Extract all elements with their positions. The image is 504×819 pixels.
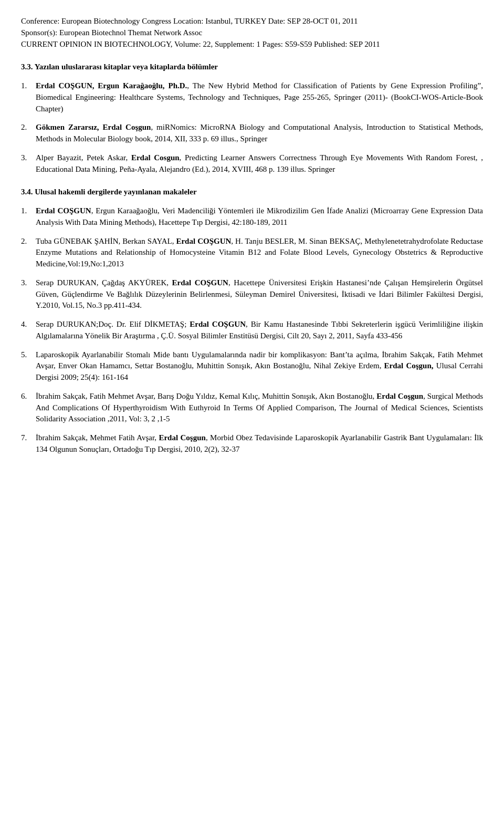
bold-author: Erdal COŞGUN, Ergun Karağaoğlu, Ph.D. (36, 81, 187, 90)
list-item: 2. Gökmen Zararsız, Erdal Coşgun, miRNom… (21, 122, 483, 145)
bold-author: Erdal Cosgun (131, 153, 180, 162)
list-content: İbrahim Sakçak, Fatih Mehmet Avşar, Barı… (36, 391, 483, 425)
list-item: 4. Serap DURUKAN;Doç. Dr. Elif DİKMETAŞ;… (21, 319, 483, 342)
list-number: 2. (21, 122, 36, 145)
conference-line2: Sponsor(s): European Biotechnol Themat N… (21, 27, 483, 39)
list-number: 7. (21, 432, 36, 455)
list-content: İbrahim Sakçak, Mehmet Fatih Avşar, Erda… (36, 432, 483, 455)
bold-author: Erdal Coşgun, (384, 361, 434, 370)
section-3-3-heading: 3.3. Yazılan uluslararası kitaplar veya … (21, 61, 483, 73)
bold-author: Erdal COŞGUN (36, 206, 91, 215)
list-number: 6. (21, 391, 36, 425)
conference-line1: Conference: European Biotechnology Congr… (21, 16, 483, 27)
list-item: 7. İbrahim Sakçak, Mehmet Fatih Avşar, E… (21, 432, 483, 455)
list-number: 2. (21, 236, 36, 270)
list-number: 3. (21, 277, 36, 312)
list-number: 4. (21, 319, 36, 342)
bold-author: Erdal Coşgun (376, 392, 423, 400)
section-3-4: 3.4. Ulusal hakemli dergilerde yayınlana… (21, 186, 483, 455)
bold-author: Gökmen Zararsız, Erdal Coşgun (36, 123, 151, 131)
section-3-4-list: 1. Erdal COŞGUN, Ergun Karaağaoğlu, Veri… (21, 205, 483, 455)
section-3-3: 3.3. Yazılan uluslararası kitaplar veya … (21, 61, 483, 175)
bold-author: Erdal Coşgun (159, 433, 205, 442)
list-content: Alper Bayazit, Petek Askar, Erdal Cosgun… (36, 152, 483, 175)
list-content: Laparoskopik Ayarlanabilir Stomalı Mide … (36, 349, 483, 383)
bold-author: Erdal COŞGUN (190, 320, 246, 328)
bold-author: Erdal COŞGUN (176, 237, 231, 245)
list-number: 5. (21, 349, 36, 383)
list-number: 3. (21, 152, 36, 175)
conference-info: Conference: European Biotechnology Congr… (21, 16, 483, 50)
list-content: Erdal COŞGUN, Ergun Karağaoğlu, Ph.D., T… (36, 80, 483, 115)
list-content: Serap DURUKAN;Doç. Dr. Elif DİKMETAŞ; Er… (36, 319, 483, 342)
list-item: 3. Alper Bayazit, Petek Askar, Erdal Cos… (21, 152, 483, 175)
list-content: Tuba GÜNEBAK ŞAHİN, Berkan SAYAL, Erdal … (36, 236, 483, 270)
list-item: 1. Erdal COŞGUN, Ergun Karaağaoğlu, Veri… (21, 205, 483, 229)
list-content: Gökmen Zararsız, Erdal Coşgun, miRNomics… (36, 122, 483, 145)
bold-author: Erdal COŞGUN (172, 278, 228, 287)
list-number: 1. (21, 205, 36, 229)
list-content: Erdal COŞGUN, Ergun Karaağaoğlu, Veri Ma… (36, 205, 483, 229)
list-item: 5. Laparoskopik Ayarlanabilir Stomalı Mi… (21, 349, 483, 383)
list-item: 3. Serap DURUKAN, Çağdaş AKYÜREK, Erdal … (21, 277, 483, 312)
list-item: 1. Erdal COŞGUN, Ergun Karağaoğlu, Ph.D.… (21, 80, 483, 115)
list-content: Serap DURUKAN, Çağdaş AKYÜREK, Erdal COŞ… (36, 277, 483, 312)
list-number: 1. (21, 80, 36, 115)
section-3-4-heading: 3.4. Ulusal hakemli dergilerde yayınlana… (21, 186, 483, 198)
list-item: 6. İbrahim Sakçak, Fatih Mehmet Avşar, B… (21, 391, 483, 425)
section-3-3-list: 1. Erdal COŞGUN, Ergun Karağaoğlu, Ph.D.… (21, 80, 483, 175)
conference-line3: CURRENT OPINION IN BIOTECHNOLOGY, Volume… (21, 39, 483, 50)
list-item: 2. Tuba GÜNEBAK ŞAHİN, Berkan SAYAL, Erd… (21, 236, 483, 270)
